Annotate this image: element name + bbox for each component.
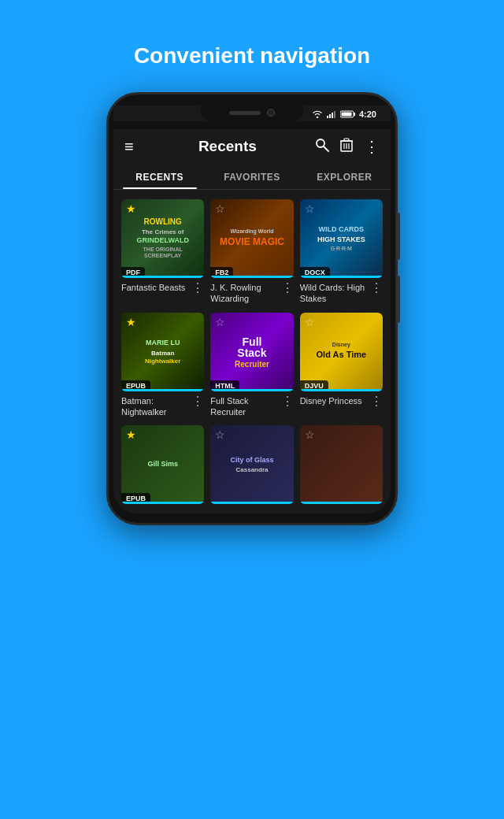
book-more-fantastic[interactable]: ⋮ — [188, 280, 204, 295]
delete-button[interactable] — [340, 138, 353, 156]
star-icon-batman: ★ — [126, 316, 136, 328]
header-icons: ⋮ — [315, 137, 380, 156]
book-more-wizarding[interactable]: ⋮ — [278, 280, 294, 295]
wifi-icon — [312, 110, 323, 118]
star-icon-fantastic: ★ — [126, 202, 136, 215]
book-title-fantastic: Fantastic Beasts — [121, 282, 188, 293]
book-title-disney: Disney Princess — [300, 395, 367, 406]
headline: Convenient navigation — [0, 0, 504, 92]
more-options-button[interactable]: ⋮ — [364, 137, 380, 156]
book-item-book9[interactable]: ☆ — [300, 425, 383, 504]
book-title-wizarding: J. K. Rowling Wizarding — [210, 282, 277, 305]
star-icon-gill: ★ — [126, 428, 136, 441]
book-title-fullstack: Full Stack Recruiter — [210, 395, 277, 418]
star-icon-wildcards: ☆ — [305, 202, 315, 215]
speaker — [229, 111, 261, 115]
svg-rect-11 — [344, 139, 349, 141]
book-more-wildcards[interactable]: ⋮ — [367, 280, 383, 295]
search-button[interactable] — [315, 138, 329, 156]
book-item-gill[interactable]: Gill Sims ★ EPUB — [121, 425, 204, 504]
book-grid: ROWLING The Crimes of GRINDELWALD THE OR… — [113, 190, 391, 513]
star-icon-cityofglass: ☆ — [215, 428, 225, 441]
book-item-wildcards[interactable]: WILD CARDS HIGH STAKES G·R·R·M ☆ DOCX Wi… — [300, 199, 383, 306]
svg-line-8 — [324, 146, 328, 151]
svg-rect-2 — [332, 113, 333, 118]
svg-rect-0 — [327, 116, 328, 118]
book-more-disney[interactable]: ⋮ — [367, 394, 383, 409]
book-title-wildcards: Wild Cards: High Stakes — [300, 282, 367, 305]
signal-icon — [326, 110, 337, 118]
notch — [201, 104, 303, 121]
book-item-cityofglass[interactable]: City of Glass Cassandra ☆ — [210, 425, 293, 504]
star-icon-disney: ☆ — [305, 316, 315, 328]
book-title-batman: Batman: Nightwalker — [121, 395, 188, 418]
book-item-batman[interactable]: MARIE LU Batman Nightwalker ★ EPUB Batma… — [121, 313, 204, 420]
notch-bar: 4:20 — [113, 104, 391, 129]
star-icon-fullstack: ☆ — [215, 316, 225, 328]
book-more-batman[interactable]: ⋮ — [188, 394, 204, 409]
header-title: Recents — [150, 138, 306, 155]
svg-rect-3 — [334, 111, 335, 118]
app-header: ≡ Recents — [113, 129, 391, 164]
status-icons: 4:20 — [312, 109, 376, 119]
menu-button[interactable]: ≡ — [124, 138, 134, 156]
star-icon-book9: ☆ — [305, 428, 315, 441]
book-item-disney[interactable]: Disney Old As Time ☆ DJVU Disney Princes… — [300, 313, 383, 420]
tab-favorites[interactable]: FAVORITES — [206, 164, 298, 189]
search-icon — [315, 138, 329, 152]
app-background: Convenient navigation — [0, 0, 504, 819]
book-item-wizarding[interactable]: Wizarding World MOVIE MAGIC ☆ FB2 J. K. … — [210, 199, 293, 306]
camera — [267, 109, 275, 117]
trash-icon — [340, 138, 353, 152]
svg-rect-5 — [354, 113, 355, 116]
book-more-fullstack[interactable]: ⋮ — [278, 394, 294, 409]
time-display: 4:20 — [359, 109, 376, 119]
battery-icon — [340, 110, 356, 118]
phone-frame: 4:20 ≡ Recents — [106, 92, 398, 525]
book-item-fullstack[interactable]: FullStack Recruiter ☆ HTML Full Stack Re… — [210, 313, 293, 420]
svg-rect-1 — [329, 114, 331, 118]
tab-recents[interactable]: RECENTS — [113, 164, 206, 189]
star-icon-wizarding: ☆ — [215, 202, 225, 215]
svg-rect-6 — [341, 113, 351, 117]
tab-explorer[interactable]: EXPLORER — [298, 164, 391, 189]
tabs-bar: RECENTS FAVORITES EXPLORER — [113, 164, 391, 190]
book-item-fantastic-beasts[interactable]: ROWLING The Crimes of GRINDELWALD THE OR… — [121, 199, 204, 306]
phone-screen: ≡ Recents — [113, 129, 391, 513]
